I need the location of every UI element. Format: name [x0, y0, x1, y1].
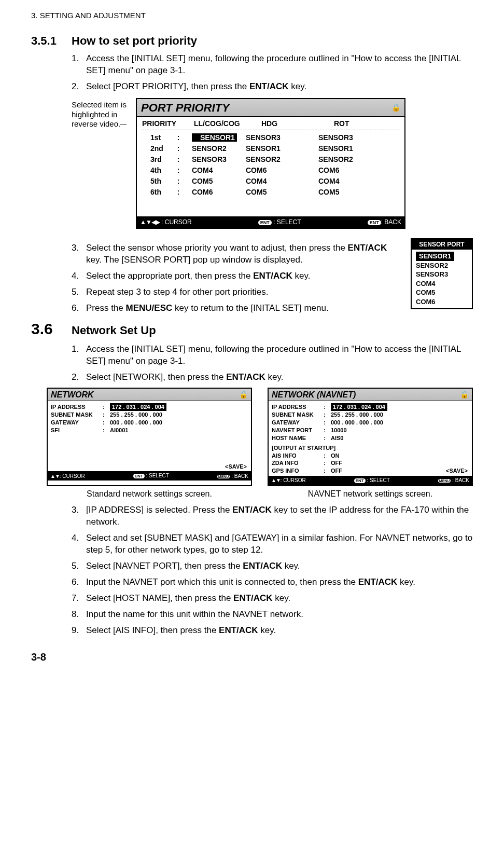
screen-titlebar: NETWORK (NAVNET) 🔒: [269, 389, 472, 402]
cell-ll: COM6: [184, 187, 246, 197]
step-text: key to return to the [INITAL SET] menu.: [172, 303, 328, 313]
footer-back: MENU : BACK: [217, 473, 248, 480]
cell-ll: SENSOR3: [184, 155, 246, 164]
lock-icon: 🔒: [391, 103, 400, 113]
col-priority: PRIORITY: [142, 119, 194, 129]
footer-label: : CURSOR: [60, 473, 85, 479]
steps-36-a: 1. Access the [INITIAL SET] menu, follow…: [72, 344, 473, 383]
footer-cursor: ▲▼◀▶ : CURSOR: [140, 218, 192, 226]
screen-body: PRIORITY LL/COG/COG HDG ROT 1st: SENSOR1…: [137, 117, 404, 216]
footer-label: : CURSOR: [281, 477, 306, 483]
screen-footer: ▲▼: CURSOR ENT : SELECT MENU : BACK: [269, 476, 472, 485]
cell-hdg: COM6: [246, 166, 318, 175]
arrows-icon: ▲▼◀▶: [140, 218, 160, 226]
cell-priority: 6th: [142, 187, 173, 197]
screen-title: NETWORK: [51, 389, 94, 401]
caption-a: Standard network settings screen.: [47, 488, 252, 500]
cell-colon: :: [173, 144, 184, 154]
field-label: GATEWAY: [51, 419, 103, 427]
step-text: key.: [397, 577, 415, 587]
section-3-5-1-heading: 3.5.1 How to set port priority: [31, 33, 473, 49]
field-value: 10000: [331, 427, 347, 434]
ent-icon: ENT: [133, 474, 145, 478]
highlighted-cell: SENSOR1: [192, 133, 237, 142]
step-num: 1.: [72, 53, 79, 65]
step-text: key.: [265, 372, 284, 382]
cell-rot: COM6: [318, 166, 375, 175]
step-num: 5.: [72, 286, 79, 298]
step-text: key.: [258, 625, 276, 635]
screen-titlebar: NETWORK 🔒: [48, 389, 251, 402]
cell-ll: COM5: [184, 176, 246, 186]
field-label: GPS INFO: [272, 467, 324, 475]
footer-select: ENT : SELECT: [354, 477, 390, 484]
network-screen: NETWORK 🔒 IP ADDRESS:172 . 031 . 024 . 0…: [47, 388, 252, 486]
key-name: ENT/ACK: [253, 271, 292, 281]
cell-priority: 3rd: [142, 155, 173, 164]
figure-annotation: Selected item is highlighted in reverse …: [72, 100, 134, 129]
step-text: Select [PORT PRIORITY], then press the: [86, 81, 249, 91]
lock-icon: 🔒: [460, 390, 469, 400]
step-text: Input the NAVNET port which this unit is…: [86, 577, 358, 587]
key-name: ENT/ACK: [219, 625, 258, 635]
cell-colon: :: [173, 133, 184, 143]
section-sub: [OUTPUT AT STARTUP]: [272, 444, 335, 452]
screen-title: NETWORK (NAVNET): [272, 389, 356, 401]
table-row: 3rd: SENSOR3 SENSOR2 SENSOR2: [142, 154, 399, 165]
key-name: ENT/ACK: [358, 577, 398, 587]
cell-colon: :: [173, 176, 184, 186]
key-name: ENT/ACK: [226, 372, 265, 382]
key-name: ENT/ACK: [348, 243, 387, 253]
key-name: ENT/ACK: [232, 505, 272, 515]
step-num: 2.: [72, 372, 79, 383]
footer-label: : BACK: [231, 473, 248, 479]
cell-priority: 2nd: [142, 144, 173, 154]
step-text: key.: [282, 561, 300, 571]
field-value: ON: [331, 452, 340, 460]
cell-colon: :: [173, 155, 184, 164]
network-screens-row: NETWORK 🔒 IP ADDRESS:172 . 031 . 024 . 0…: [47, 388, 473, 486]
screen-captions: Standard network settings screen. NAVNET…: [47, 488, 473, 500]
step-num: 6.: [72, 577, 79, 588]
table-header-row: PRIORITY LL/COG/COG HDG ROT: [142, 119, 399, 130]
field-label: IP ADDRESS: [272, 403, 324, 411]
cell-hdg: COM5: [246, 187, 318, 197]
step-text: Access the [INITIAL SET] menu, following…: [86, 53, 461, 75]
step-text: key. The [SENSOR PORT] pop up window is …: [86, 255, 303, 265]
col-ll: LL/COG/COG: [194, 119, 261, 129]
field-value: OFF: [331, 467, 342, 475]
step-num: 1.: [72, 344, 79, 355]
step-text: key.: [292, 271, 311, 281]
footer-cursor: ▲▼: CURSOR: [271, 477, 306, 484]
screen-body: IP ADDRESS:172 . 031 . 024 . 004 SUBNET …: [269, 401, 472, 476]
ent-icon: ENT: [258, 220, 272, 225]
section-num: 3.5.1: [31, 33, 72, 49]
step-num: 4.: [72, 270, 79, 282]
cell-hdg: COM4: [246, 176, 318, 186]
footer-select: ENT : SELECT: [133, 472, 169, 479]
step-text: Access the [INITIAL SET] menu, following…: [86, 344, 461, 366]
step-text: Select and set [SUBNET MASK] and [GATEWA…: [86, 533, 472, 555]
field-value: 000 . 000 . 000 . 000: [331, 419, 383, 427]
save-label: <SAVE>: [225, 463, 247, 471]
ent-icon: ENT: [354, 478, 366, 483]
field-value: AIS0: [331, 434, 343, 442]
arrows-icon: ▲▼: [271, 477, 281, 484]
footer-label: : BACK: [381, 218, 401, 226]
lock-icon: 🔒: [239, 390, 248, 400]
table-row: 6th: COM6 COM5 COM5: [142, 187, 399, 198]
cell-rot: SENSOR2: [318, 155, 375, 164]
screen-body: IP ADDRESS:172 . 031 . 024 . 004 SUBNET …: [48, 401, 251, 471]
field-value-selected: 172 . 031 . 024 . 004: [110, 403, 166, 411]
section-3-6-heading: 3.6 Network Set Up: [31, 319, 473, 340]
cell-rot: COM5: [318, 187, 375, 197]
cell-colon: :: [173, 187, 184, 197]
step-num: 8.: [72, 609, 79, 621]
pointer-line: [120, 125, 127, 125]
table-row: 1st: SENSOR1 SENSOR3 SENSOR3: [142, 132, 399, 143]
footer-back: ENT: BACK: [368, 218, 401, 226]
key-name: MENU/ESC: [126, 303, 173, 313]
steps-351-a: 1. Access the [INITIAL SET] menu, follow…: [72, 53, 473, 93]
step-text: Select [NETWORK], then press the: [86, 372, 226, 382]
key-name: ENT/ACK: [249, 81, 289, 91]
